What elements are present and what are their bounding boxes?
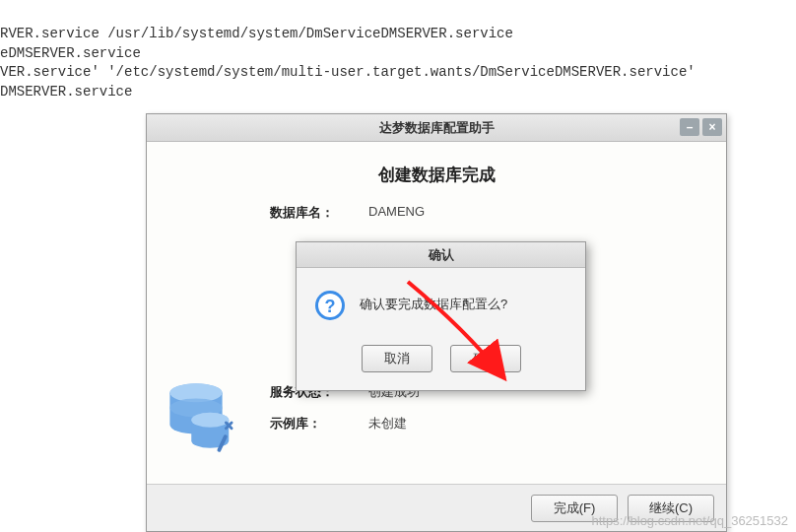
database-icon	[159, 368, 252, 462]
close-button[interactable]: ×	[702, 118, 722, 136]
dialog-body: ? 确认要完成数据库配置么?	[297, 268, 585, 339]
ok-button[interactable]: 确定	[450, 345, 521, 372]
svg-text:?: ?	[325, 297, 336, 316]
row-dbname: 数据库名： DAMENG	[270, 204, 726, 222]
svg-point-4	[191, 413, 229, 428]
dbname-label: 数据库名：	[270, 204, 368, 222]
instance-label: 示例库：	[270, 415, 368, 432]
instance-value: 未创建	[368, 415, 407, 432]
row-instance: 示例库： 未创建	[270, 415, 726, 432]
terminal-output: RVER.service /usr/lib/systemd/system/DmS…	[0, 20, 696, 101]
titlebar: 达梦数据库配置助手 – ×	[147, 114, 726, 142]
titlebar-controls: – ×	[680, 118, 722, 136]
dialog-title: 确认	[297, 242, 585, 268]
cancel-button[interactable]: 取消	[362, 345, 432, 372]
minimize-button[interactable]: –	[680, 118, 699, 136]
window-title: 达梦数据库配置助手	[379, 119, 495, 137]
dialog-buttons: 取消 确定	[297, 339, 585, 390]
dbname-value: DAMENG	[368, 204, 425, 222]
question-icon: ?	[314, 290, 346, 321]
watermark-text: https://blog.csdn.net/qq_36251532	[592, 513, 789, 528]
confirm-dialog: 确认 ? 确认要完成数据库配置么? 取消 确定	[296, 241, 586, 391]
dialog-message: 确认要完成数据库配置么?	[360, 290, 507, 313]
page-heading: 创建数据库完成	[147, 142, 726, 204]
